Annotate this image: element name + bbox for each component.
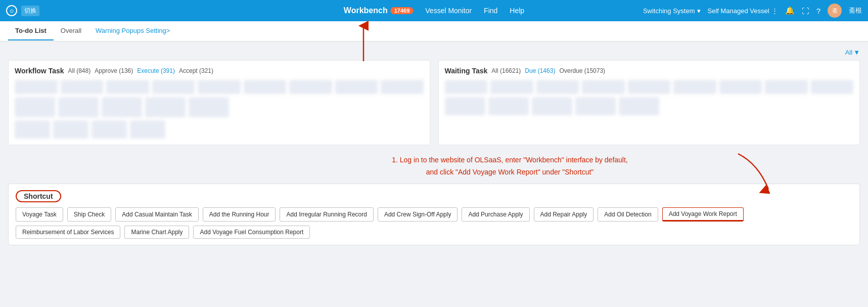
shortcut-crew-sign-off[interactable]: Add Crew Sign-Off Apply [378, 207, 458, 222]
shortcut-voyage-task[interactable]: Voyage Task [16, 207, 63, 222]
workflow-task-header: Workflow Task All (848) Approve (136) Ex… [15, 67, 424, 75]
nav-link-find[interactable]: Find [484, 7, 497, 15]
nav-badge: 17469 [391, 7, 414, 14]
help-icon[interactable]: ? [816, 7, 820, 15]
nav-brand[interactable]: Workbench 17469 [344, 6, 413, 15]
arrow-up-svg [333, 21, 394, 61]
shortcut-running-hour[interactable]: Add the Running Hour [203, 207, 276, 222]
shortcut-section: Shortcut Voyage Task Ship Check Add Casu… [8, 184, 860, 245]
waiting-task-title: Waiting Task [445, 67, 488, 75]
shortcut-marine-chart[interactable]: Marine Chart Apply [124, 226, 189, 239]
workflow-blurred-row2 [15, 97, 424, 117]
nav-app-name[interactable]: 切换 [21, 6, 39, 16]
waiting-task-section: Waiting Task All (16621) Due (1463) Over… [438, 60, 860, 145]
shortcut-buttons-row2: Reimbursement of Labor Services Marine C… [16, 226, 852, 239]
nav-logo[interactable]: ⊙ [6, 5, 17, 16]
nav-right: Switching System ▾ Self Managed Vessel ⋮… [643, 4, 862, 18]
waiting-filter-all[interactable]: All (16621) [491, 67, 521, 74]
bell-icon[interactable]: 🔔 [785, 6, 795, 15]
shortcut-irregular-running[interactable]: Add Irregular Running Record [280, 207, 373, 222]
annotation-text: 1. Log in to the website of OLSaaS, ente… [8, 152, 860, 181]
annotation-line1: 1. Log in to the website of OLSaaS, ente… [160, 154, 860, 166]
tab-overall[interactable]: Overall [54, 22, 88, 40]
user-name: 斋根 [849, 6, 862, 15]
expand-icon[interactable]: ⛶ [802, 7, 809, 15]
main-content: All ▼ Workflow Task All (848) Approve (1… [0, 41, 868, 252]
tab-todo-list[interactable]: To-do List [8, 22, 54, 40]
waiting-filter-overdue[interactable]: Overdue (15073) [559, 67, 605, 74]
nav-link-vessel-monitor[interactable]: Vessel Monitor [425, 7, 472, 15]
waiting-task-header: Waiting Task All (16621) Due (1463) Over… [445, 67, 854, 75]
shortcut-ship-check[interactable]: Ship Check [67, 207, 111, 222]
workflow-filter-approve[interactable]: Approve (136) [95, 67, 133, 74]
nav-left: ⊙ 切换 [6, 5, 39, 16]
shortcut-labor-services[interactable]: Reimbursement of Labor Services [16, 226, 120, 239]
shortcut-fuel-consumption[interactable]: Add Voyage Fuel Consumption Report [193, 226, 310, 239]
avatar[interactable]: 斋 [828, 4, 842, 18]
workflow-filter-accept[interactable]: Accept (321) [179, 67, 213, 74]
filter-bar: All ▼ [8, 49, 860, 56]
waiting-filter-due[interactable]: Due (1463) [525, 67, 555, 74]
all-filter-btn[interactable]: All ▼ [845, 49, 860, 56]
workflow-filter-all[interactable]: All (848) [68, 67, 91, 74]
nav-center: Workbench 17469 Vessel Monitor Find Help [344, 6, 524, 15]
waiting-blurred-content [445, 80, 854, 94]
shortcut-repair-apply[interactable]: Add Repair Apply [534, 207, 594, 222]
shortcut-buttons-row1: Voyage Task Ship Check Add Casual Mainta… [16, 207, 852, 222]
nav-link-help[interactable]: Help [510, 7, 524, 15]
task-sections: Workflow Task All (848) Approve (136) Ex… [8, 60, 860, 145]
shortcut-purchase-apply[interactable]: Add Purchase Apply [462, 207, 529, 222]
top-nav: ⊙ 切换 Workbench 17469 Vessel Monitor Find… [0, 0, 868, 21]
shortcut-casual-maintain[interactable]: Add Casual Maintain Task [115, 207, 199, 222]
waiting-blurred-row2 [445, 97, 854, 115]
annotation-area: 1. Log in to the website of OLSaaS, ente… [8, 152, 860, 181]
workflow-blurred-row3 [15, 120, 424, 139]
tab-warning-popups[interactable]: Warning Popups Setting> [88, 22, 177, 40]
self-managed-vessel[interactable]: Self Managed Vessel ⋮ [708, 7, 778, 15]
shortcut-voyage-work-report[interactable]: Add Voyage Work Report [662, 207, 744, 222]
sub-nav: To-do List Overall Warning Popups Settin… [0, 21, 868, 41]
workflow-task-title: Workflow Task [15, 67, 64, 75]
shortcut-oil-detection[interactable]: Add Oil Detection [598, 207, 658, 222]
workflow-blurred-content [15, 80, 424, 94]
shortcut-header: Shortcut [16, 190, 61, 202]
annotation-line2: and click "Add Voyage Work Report" under… [160, 166, 860, 179]
switching-system[interactable]: Switching System ▾ [643, 7, 701, 15]
workflow-task-section: Workflow Task All (848) Approve (136) Ex… [8, 60, 430, 145]
workflow-filter-execute[interactable]: Execute (391) [137, 67, 175, 74]
